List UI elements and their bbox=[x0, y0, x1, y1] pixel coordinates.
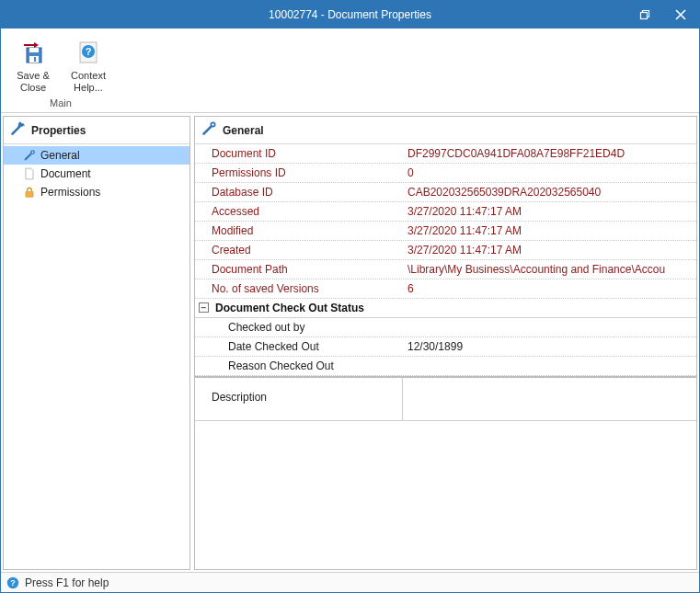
nav-item-label: Permissions bbox=[40, 186, 100, 199]
sidebar: Properties General Document Permissions bbox=[3, 116, 190, 570]
wrench-icon bbox=[9, 120, 26, 140]
nav-tree: General Document Permissions bbox=[4, 144, 189, 203]
section-label: − Document Check Out Status bbox=[195, 299, 402, 317]
save-close-button[interactable]: Save & Close bbox=[6, 32, 60, 96]
prop-label: Document Path bbox=[195, 260, 402, 279]
prop-value[interactable]: \Library\My Business\Accounting and Fina… bbox=[402, 260, 696, 279]
close-button[interactable] bbox=[662, 1, 699, 29]
lock-icon bbox=[22, 185, 37, 200]
prop-value[interactable]: 0 bbox=[402, 164, 696, 182]
property-grid: Document ID DF2997CDC0A941DFA08A7E98FF21… bbox=[195, 144, 696, 421]
prop-label: Modified bbox=[195, 222, 402, 240]
content-area: Properties General Document Permissions bbox=[1, 113, 699, 572]
status-bar: ? Press F1 for help bbox=[1, 572, 699, 592]
svg-rect-3 bbox=[29, 48, 39, 52]
status-text: Press F1 for help bbox=[25, 576, 109, 589]
restore-icon bbox=[638, 9, 650, 21]
help-icon: ? bbox=[6, 576, 19, 589]
document-icon bbox=[22, 166, 37, 181]
ribbon-group-main: Save & Close ? Context Help... Main bbox=[6, 32, 115, 110]
window-title: 10002774 - Document Properties bbox=[269, 8, 431, 21]
prop-label: Date Checked Out bbox=[195, 337, 402, 356]
row-permissions-id: Permissions ID 0 bbox=[195, 164, 696, 183]
context-help-button[interactable]: ? Context Help... bbox=[62, 32, 115, 96]
row-saved-versions: No. of saved Versions 6 bbox=[195, 279, 696, 299]
nav-item-general[interactable]: General bbox=[4, 146, 189, 165]
prop-label: Accessed bbox=[195, 202, 402, 221]
prop-label: Database ID bbox=[195, 183, 402, 201]
prop-value[interactable]: 12/30/1899 bbox=[402, 337, 696, 356]
row-document-path: Document Path \Library\My Business\Accou… bbox=[195, 260, 696, 279]
row-checked-out-by: Checked out by bbox=[195, 318, 696, 337]
title-bar: 10002774 - Document Properties bbox=[1, 1, 699, 29]
row-description: Description bbox=[195, 376, 696, 421]
sidebar-header: Properties bbox=[4, 117, 189, 144]
main-title: General bbox=[223, 124, 264, 137]
svg-rect-10 bbox=[26, 192, 33, 198]
save-close-icon bbox=[17, 37, 49, 68]
prop-value[interactable]: DF2997CDC0A941DFA08A7E98FF21ED4D bbox=[402, 144, 696, 163]
row-date-checked-out: Date Checked Out 12/30/1899 bbox=[195, 337, 696, 357]
prop-value[interactable]: 6 bbox=[402, 279, 696, 298]
section-title: Document Check Out Status bbox=[215, 302, 364, 314]
svg-text:?: ? bbox=[86, 46, 92, 57]
row-modified: Modified 3/27/2020 11:47:17 AM bbox=[195, 222, 696, 241]
prop-value[interactable]: 3/27/2020 11:47:17 AM bbox=[402, 222, 696, 240]
ribbon-group-label: Main bbox=[6, 96, 115, 110]
prop-label: No. of saved Versions bbox=[195, 279, 402, 298]
main-panel: General Document ID DF2997CDC0A941DFA08A… bbox=[194, 116, 697, 570]
ribbon: Save & Close ? Context Help... Main bbox=[1, 29, 699, 113]
row-database-id: Database ID CAB202032565039DRA2020325650… bbox=[195, 183, 696, 202]
main-header: General bbox=[195, 117, 696, 144]
context-help-icon: ? bbox=[73, 37, 104, 68]
wrench-icon bbox=[22, 148, 37, 163]
prop-label: Checked out by bbox=[195, 318, 402, 336]
restore-button[interactable] bbox=[625, 1, 662, 29]
nav-item-label: Document bbox=[40, 167, 91, 180]
nav-item-document[interactable]: Document bbox=[4, 165, 189, 183]
row-reason-checked-out: Reason Checked Out bbox=[195, 357, 696, 376]
wrench-icon bbox=[201, 120, 217, 140]
prop-value[interactable]: CAB202032565039DRA202032565040 bbox=[402, 183, 696, 201]
prop-label: Reason Checked Out bbox=[195, 357, 402, 375]
section-checkout-status[interactable]: − Document Check Out Status bbox=[195, 299, 696, 318]
prop-value[interactable]: 3/27/2020 11:47:17 AM bbox=[402, 241, 696, 259]
row-document-id: Document ID DF2997CDC0A941DFA08A7E98FF21… bbox=[195, 144, 696, 164]
nav-item-permissions[interactable]: Permissions bbox=[4, 183, 189, 201]
prop-label: Description bbox=[195, 378, 402, 420]
description-value[interactable] bbox=[402, 378, 696, 420]
svg-point-9 bbox=[32, 152, 34, 154]
close-icon bbox=[675, 9, 686, 20]
prop-value[interactable] bbox=[402, 318, 696, 336]
prop-label: Document ID bbox=[195, 144, 402, 163]
row-accessed: Accessed 3/27/2020 11:47:17 AM bbox=[195, 202, 696, 222]
prop-label: Created bbox=[195, 241, 402, 259]
svg-rect-0 bbox=[640, 12, 647, 18]
context-help-label: Context Help... bbox=[64, 70, 112, 93]
prop-value[interactable] bbox=[402, 357, 696, 375]
row-created: Created 3/27/2020 11:47:17 AM bbox=[195, 241, 696, 260]
nav-item-label: General bbox=[40, 149, 80, 162]
prop-value[interactable]: 3/27/2020 11:47:17 AM bbox=[402, 202, 696, 221]
prop-label: Permissions ID bbox=[195, 164, 402, 182]
collapse-toggle-icon[interactable]: − bbox=[199, 302, 209, 313]
svg-text:?: ? bbox=[10, 578, 16, 587]
window-buttons bbox=[625, 1, 699, 29]
svg-point-12 bbox=[212, 124, 213, 126]
save-close-label: Save & Close bbox=[9, 70, 57, 93]
svg-rect-4 bbox=[34, 57, 36, 62]
sidebar-title: Properties bbox=[31, 124, 86, 137]
